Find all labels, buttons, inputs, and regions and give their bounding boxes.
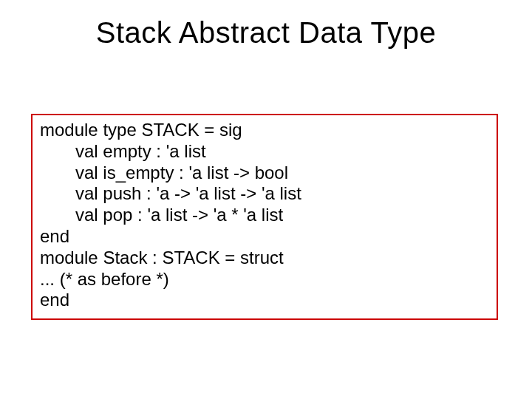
code-line: val is_empty : 'a list -> bool [40, 163, 489, 184]
code-line: module type STACK = sig [40, 120, 489, 141]
code-line: val push : 'a -> 'a list -> 'a list [40, 183, 489, 205]
code-line: module Stack : STACK = struct [40, 248, 489, 269]
code-box: module type STACK = sig val empty : 'a l… [31, 114, 498, 320]
code-line: val empty : 'a list [40, 141, 489, 163]
code-line: end [40, 226, 489, 248]
code-line: val pop : 'a list -> 'a * 'a list [40, 205, 489, 226]
code-line: ... (* as before *) [40, 269, 489, 290]
code-line: end [40, 290, 489, 311]
slide: Stack Abstract Data Type module type STA… [0, 0, 532, 399]
slide-title: Stack Abstract Data Type [0, 0, 532, 50]
